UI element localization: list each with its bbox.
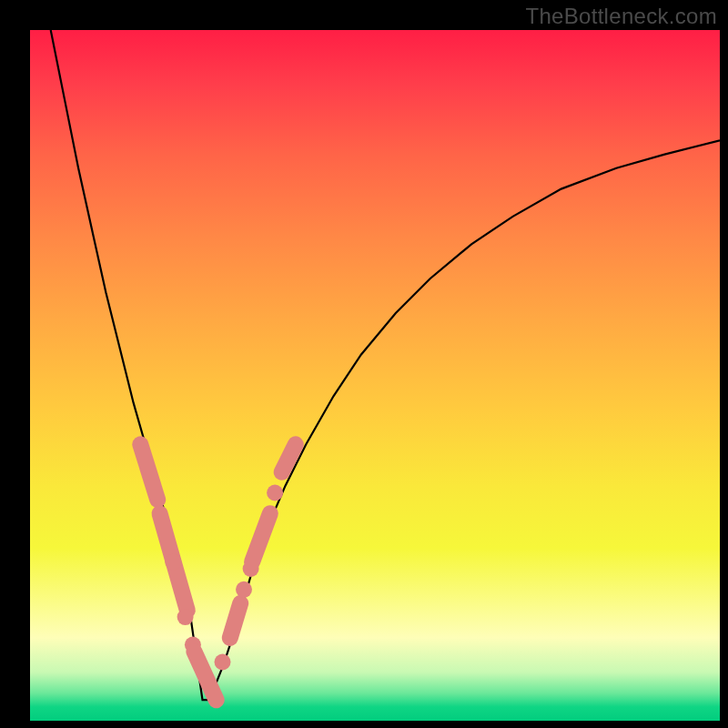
plot-area [30, 30, 720, 721]
marker-dot [215, 654, 231, 671]
marker-dot [165, 553, 181, 570]
bottleneck-curve [51, 30, 720, 700]
marker-dot [236, 581, 252, 598]
marker-dot [177, 609, 194, 625]
watermark-text: TheBottleneck.com [525, 4, 717, 29]
marker-capsule [252, 513, 270, 561]
marker-capsule [194, 652, 216, 700]
marker-capsule [230, 603, 240, 638]
chart-frame: TheBottleneck.com [0, 0, 728, 728]
marker-capsule [140, 444, 157, 500]
marker-layer [140, 444, 295, 700]
marker-dot [267, 485, 283, 501]
chart-svg [30, 30, 720, 721]
